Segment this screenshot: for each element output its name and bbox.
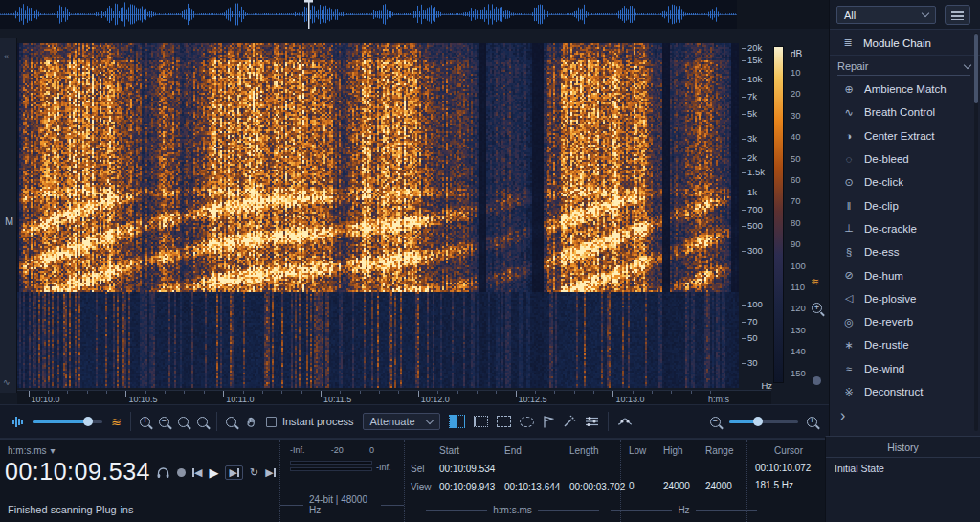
node-curve-icon[interactable]	[617, 416, 633, 427]
vertical-scrollbar-thumb[interactable]	[813, 376, 821, 385]
freq-high-value[interactable]: 24000	[663, 481, 705, 491]
module-item-de-hum[interactable]: ⊘De-hum	[830, 263, 980, 286]
view-length-value[interactable]: 00:00:03.702	[569, 482, 619, 492]
module-item-label: Deconstruct	[864, 386, 923, 397]
module-item-label: De-ess	[864, 246, 899, 258]
process-mode-dropdown[interactable]: Attenuate	[363, 413, 440, 430]
module-item-breath-control[interactable]: ∿Breath Control	[830, 101, 980, 124]
overview-waveform-canvas[interactable]	[0, 0, 737, 29]
time-minor-tick	[574, 391, 575, 394]
waveform-view-icon[interactable]	[11, 415, 25, 428]
time-select-tool[interactable]	[474, 416, 488, 427]
freq-range-value[interactable]: 24000	[705, 481, 744, 491]
time-minor-tick	[48, 391, 49, 394]
meter-scale-label: 0	[369, 445, 374, 455]
module-item-center-extract[interactable]: ◑Center Extract	[830, 125, 980, 148]
module-item-de-wind[interactable]: ≈De-wind	[830, 357, 980, 380]
magic-wand-tool[interactable]	[563, 415, 576, 428]
waveform-spectrogram-blend-slider[interactable]	[33, 420, 102, 423]
expand-panel-arrow[interactable]: ›	[840, 408, 845, 423]
vertical-wave-icon[interactable]: ≋	[811, 276, 819, 288]
view-start-value[interactable]: 00:10:09.943	[439, 482, 504, 492]
play-button[interactable]: ▶	[209, 466, 218, 479]
time-tick	[516, 391, 517, 397]
module-item-label: De-wind	[864, 363, 904, 374]
brush-select-tool[interactable]	[543, 416, 554, 428]
zoom-out-button[interactable]: −	[159, 417, 169, 427]
time-minor-tick	[496, 391, 497, 394]
sel-end-value[interactable]	[504, 464, 569, 474]
sel-length-value[interactable]	[569, 464, 619, 474]
db-tick-label: 70	[791, 196, 801, 205]
module-chain-item[interactable]: ≣ Module Chain	[830, 31, 980, 56]
frequency-unit[interactable]: Hz	[621, 505, 746, 515]
module-chain-icon: ≣	[841, 36, 855, 49]
spectrogram-blend-icon[interactable]: ≋	[111, 416, 122, 428]
selection-time-unit[interactable]: h:m:s.ms	[405, 505, 620, 515]
freq-tick-label: 1k	[742, 188, 757, 196]
cursor-label: Cursor	[774, 445, 803, 456]
ambience-match-icon: ⊕	[842, 83, 856, 96]
col-header-range: Range	[705, 445, 744, 456]
vertical-zoom-in-icon[interactable]: +	[812, 303, 822, 313]
channel-strip[interactable]: « M ∿	[0, 38, 17, 393]
sel-start-value[interactable]: 00:10:09.534	[439, 464, 504, 474]
play-selection-button[interactable]: ▶	[225, 465, 242, 480]
collapse-strip-icon[interactable]: «	[4, 52, 9, 61]
freq-tick-label: 15k	[742, 56, 762, 64]
module-filter-dropdown[interactable]: All	[836, 6, 936, 24]
module-item-de-click[interactable]: ⊙De-click	[830, 170, 980, 193]
module-item-de-ess[interactable]: §De-ess	[830, 240, 980, 263]
frequency-select-tool[interactable]	[497, 416, 511, 427]
zoom-fit-button[interactable]	[197, 417, 208, 427]
freq-low-value[interactable]: 0	[629, 481, 663, 491]
monitor-headphones-icon[interactable]	[156, 466, 170, 479]
module-item-ambience-match[interactable]: ⊕Ambience Match	[830, 78, 980, 101]
goto-end-button[interactable]: ▶	[265, 467, 275, 478]
hand-tool[interactable]	[245, 416, 257, 428]
spectrogram-canvas[interactable]	[17, 43, 739, 388]
de-reverb-icon: ◎	[842, 316, 856, 329]
col-header-low: Low	[629, 445, 663, 456]
menu-button[interactable]	[945, 5, 970, 25]
adjust-lists-icon[interactable]	[585, 416, 599, 427]
de-clip-icon: ‖	[842, 200, 856, 212]
time-minor-tick	[204, 391, 205, 394]
record-button[interactable]	[177, 468, 186, 477]
zoom-selection-button[interactable]	[178, 417, 189, 427]
module-item-de-rustle[interactable]: ∗De-rustle	[830, 333, 980, 356]
lasso-select-tool[interactable]	[520, 417, 534, 427]
horizontal-zoom-in-button[interactable]: +	[807, 417, 817, 427]
center-extract-icon: ◑	[842, 130, 856, 142]
time-frequency-select-tool[interactable]	[449, 415, 465, 428]
time-format-dropdown[interactable]: h:m:s.ms ▾	[8, 445, 56, 456]
waveform-overview[interactable]	[0, 0, 737, 29]
horizontal-zoom-out-button[interactable]: −	[710, 417, 721, 427]
module-item-de-plosive[interactable]: ◁De-plosive	[830, 287, 980, 310]
loop-button[interactable]: ↻	[250, 467, 258, 478]
previous-button[interactable]: ◀	[192, 467, 202, 478]
horizontal-zoom-slider[interactable]	[729, 420, 798, 423]
module-item-de-clip[interactable]: ‖De-clip	[830, 193, 980, 216]
module-item-de-bleed[interactable]: ◌De-bleed	[830, 148, 980, 170]
view-end-value[interactable]: 00:10:13.644	[504, 482, 569, 492]
module-item-deconstruct[interactable]: ※Deconstruct	[830, 380, 980, 403]
audio-format[interactable]: 24-bit | 48000 Hz	[280, 494, 404, 515]
editor-toolbar: ≋ + − Instant process Attenuate −	[0, 404, 829, 439]
time-ruler[interactable]: 10:10.010:10.510:11.010:11.510:12.010:12…	[17, 390, 771, 404]
time-minor-tick	[691, 391, 692, 394]
time-minor-tick	[710, 391, 711, 394]
repair-section-header[interactable]: Repair	[837, 57, 970, 76]
module-item-de-crackle[interactable]: ⊥De-crackle	[830, 217, 980, 240]
instant-process-checkbox[interactable]	[266, 417, 277, 427]
history-item[interactable]: Initial State	[826, 458, 980, 479]
magnify-tool[interactable]	[226, 417, 236, 427]
freq-tick-label: 5k	[742, 109, 757, 118]
module-item-de-reverb[interactable]: ◎De-reverb	[830, 310, 980, 333]
sidebar-scrollbar-thumb[interactable]	[974, 34, 978, 103]
toolbar-separator	[130, 412, 131, 431]
zoom-in-button[interactable]: +	[140, 417, 150, 427]
db-tick-label: 80	[791, 218, 801, 227]
time-minor-tick	[671, 391, 672, 394]
module-item-label: Ambience Match	[864, 83, 947, 95]
